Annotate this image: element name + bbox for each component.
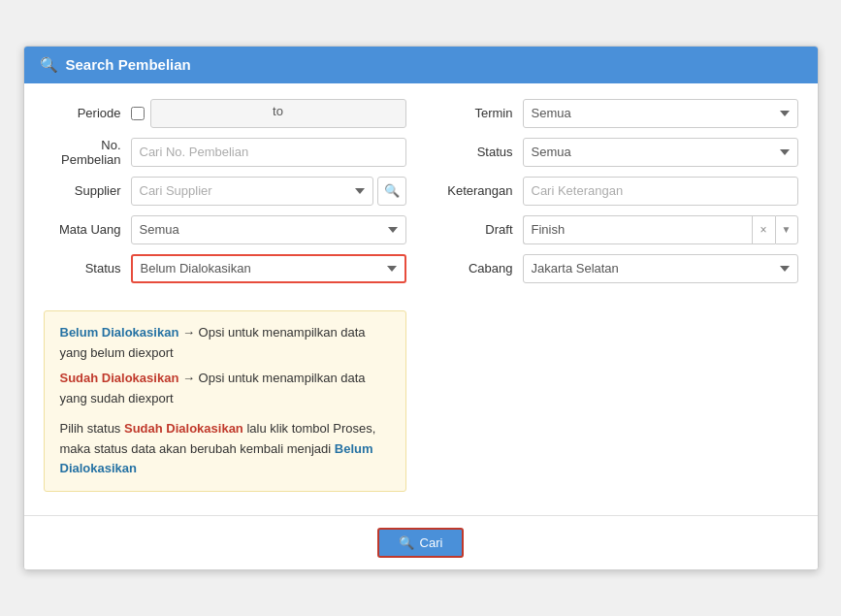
termin-label: Termin: [436, 106, 523, 120]
right-status-label: Status: [436, 145, 523, 159]
search-header-icon: 🔍: [40, 56, 58, 74]
info-arrow2: →: [178, 371, 198, 385]
draft-dropdown-button[interactable]: ▼: [775, 215, 798, 244]
info-line3-red: Sudah Dialokasikan: [124, 421, 243, 436]
termin-select[interactable]: Semua: [523, 99, 798, 128]
cari-button[interactable]: 🔍 Cari: [377, 528, 465, 558]
cari-label: Cari: [420, 535, 443, 550]
status-row: Status Belum Dialokasikan Sudah Dialokas…: [44, 254, 406, 283]
no-pembelian-row: No. Pembelian: [44, 138, 406, 167]
supplier-inputs: Cari Supplier 🔍: [131, 177, 406, 206]
info-box: Belum Dialokasikan → Opsi untuk menampil…: [44, 310, 406, 493]
keterangan-input[interactable]: [523, 177, 798, 206]
draft-label: Draft: [436, 222, 523, 237]
periode-inputs: to: [131, 99, 406, 128]
right-status-row: Status Semua: [436, 138, 798, 167]
supplier-row: Supplier Cari Supplier 🔍: [44, 177, 406, 206]
right-status-select[interactable]: Semua: [523, 138, 798, 167]
periode-checkbox[interactable]: [131, 107, 145, 120]
mata-uang-select[interactable]: Semua: [131, 215, 406, 244]
status-select[interactable]: Belum Dialokasikan Sudah Dialokasikan Se…: [131, 254, 406, 283]
draft-input[interactable]: Finish: [523, 215, 752, 244]
periode-row: Periode to: [44, 99, 406, 128]
supplier-label: Supplier: [44, 183, 131, 198]
left-column: Periode to No. Pembelian Supplier: [44, 99, 406, 501]
termin-row: Termin Semua: [436, 99, 798, 128]
status-label: Status: [44, 261, 131, 276]
cabang-label: Cabang: [436, 261, 523, 276]
right-column: Termin Semua Status Semua Keterangan: [436, 99, 798, 501]
info-line2: Sudah Dialokasikan → Opsi untuk menampil…: [60, 369, 390, 409]
chevron-down-icon: ▼: [782, 224, 792, 235]
no-pembelian-input[interactable]: [131, 138, 406, 167]
info-belum-dialokasikan: Belum Dialokasikan: [60, 325, 179, 340]
modal-title: Search Pembelian: [66, 56, 191, 73]
keterangan-row: Keterangan: [436, 177, 798, 206]
supplier-select[interactable]: Cari Supplier: [131, 177, 373, 206]
times-icon: ×: [760, 223, 766, 237]
modal-header: 🔍 Search Pembelian: [24, 47, 818, 83]
draft-clear-button[interactable]: ×: [752, 215, 775, 244]
draft-row: Draft Finish × ▼: [436, 215, 798, 244]
cari-search-icon: 🔍: [399, 535, 414, 550]
no-pembelian-label: No. Pembelian: [44, 138, 131, 167]
supplier-search-icon: 🔍: [384, 183, 400, 198]
modal-footer: 🔍 Cari: [24, 515, 818, 569]
periode-label: Periode: [44, 106, 131, 120]
cabang-select[interactable]: Jakarta Selatan: [523, 254, 798, 283]
info-line1: Belum Dialokasikan → Opsi untuk menampil…: [60, 323, 390, 364]
info-sudah-dialokasikan: Sudah Dialokasikan: [60, 371, 179, 385]
mata-uang-row: Mata Uang Semua: [44, 215, 406, 244]
keterangan-label: Keterangan: [436, 183, 523, 198]
supplier-search-button[interactable]: 🔍: [377, 177, 406, 206]
mata-uang-label: Mata Uang: [44, 222, 131, 237]
search-pembelian-modal: 🔍 Search Pembelian Periode to No. Pembel…: [23, 46, 819, 571]
info-line3: Pilih status Sudah Dialokasikan lalu kli…: [60, 419, 390, 479]
draft-inputs: Finish × ▼: [523, 215, 798, 244]
form-grid: Periode to No. Pembelian Supplier: [44, 99, 798, 501]
modal-body: Periode to No. Pembelian Supplier: [24, 83, 818, 516]
info-prefix: Pilih status: [60, 421, 124, 436]
periode-to: to: [150, 99, 406, 128]
cabang-row: Cabang Jakarta Selatan: [436, 254, 798, 283]
info-arrow1: →: [178, 325, 198, 340]
